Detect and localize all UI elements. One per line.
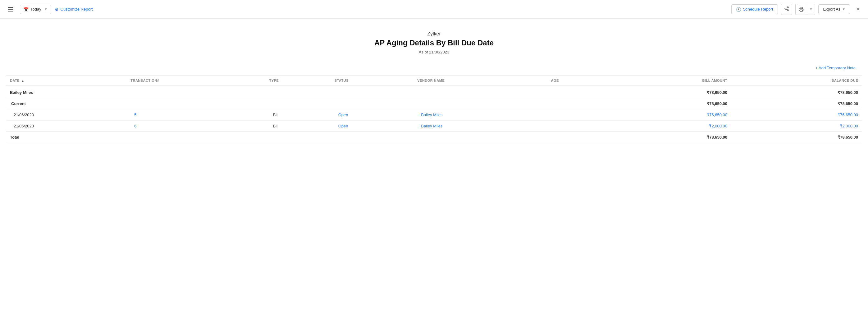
report-table: DATE ▲ TRANSACTION# TYPE STATUS VENDOR N… <box>6 75 862 143</box>
schedule-report-button[interactable]: 🕐 Schedule Report <box>731 4 778 14</box>
date-picker-chevron-icon: ▼ <box>44 7 48 11</box>
subgroup-bill-amount: ₹78,650.00 <box>606 98 731 109</box>
transaction-link-2[interactable]: 6 <box>134 124 136 128</box>
col-status: STATUS <box>331 76 413 86</box>
svg-point-2 <box>787 9 788 10</box>
close-button[interactable]: × <box>853 4 863 14</box>
subgroup-header-row: Current ₹78,650.00 ₹78,650.00 <box>6 98 862 109</box>
cell-status-1: Open <box>331 109 413 121</box>
cell-vendor-2: Bailey Miles <box>413 121 547 132</box>
cell-balance-due-2: ₹2,000.00 <box>731 121 862 132</box>
col-balance-due: BALANCE DUE <box>731 76 862 86</box>
total-balance-due: ₹78,650.00 <box>731 132 862 143</box>
customize-icon: ⚙ <box>55 7 59 12</box>
hamburger-line-3 <box>8 11 13 11</box>
calendar-icon: 📅 <box>23 7 29 12</box>
cell-bill-amount-1: ₹76,650.00 <box>606 109 731 121</box>
group-balance-due: ₹78,650.00 <box>731 86 862 98</box>
toolbar-left: 📅 Today ▼ ⚙ Customize Report <box>5 4 727 15</box>
subgroup-name: Current <box>6 98 606 109</box>
bill-amount-link-1[interactable]: ₹76,650.00 <box>707 113 727 117</box>
clock-icon: 🕐 <box>736 7 741 12</box>
total-bill-amount: ₹78,650.00 <box>606 132 731 143</box>
add-temporary-note-button[interactable]: + Add Temporary Note <box>815 65 856 70</box>
status-link-2[interactable]: Open <box>338 124 348 128</box>
toolbar-right: 🕐 Schedule Report ▼ Export As ▼ <box>731 4 863 15</box>
cell-date-1: 21/06/2023 <box>6 109 127 121</box>
date-picker-value: Today <box>30 7 41 11</box>
bill-amount-link-2[interactable]: ₹2,000.00 <box>709 124 727 128</box>
cell-type-2: Bill <box>266 121 331 132</box>
balance-due-link-2[interactable]: ₹2,000.00 <box>840 124 858 128</box>
subgroup-balance-due: ₹78,650.00 <box>731 98 862 109</box>
svg-line-4 <box>786 7 787 8</box>
hamburger-line-1 <box>8 7 13 8</box>
print-button-group[interactable]: ▼ <box>795 4 815 15</box>
report-as-of: As of 21/06/2023 <box>6 50 862 54</box>
group-name: Bailey Miles <box>6 86 606 98</box>
export-chevron-icon: ▼ <box>842 7 845 11</box>
table-header: DATE ▲ TRANSACTION# TYPE STATUS VENDOR N… <box>6 76 862 86</box>
print-chevron-icon: ▼ <box>807 4 815 15</box>
cell-transaction-2: 6 <box>127 121 265 132</box>
close-icon: × <box>856 6 860 13</box>
customize-report-button[interactable]: ⚙ Customize Report <box>55 7 93 12</box>
report-company: Zylker <box>6 31 862 37</box>
vendor-link-2[interactable]: Bailey Miles <box>421 124 442 128</box>
cell-bill-amount-2: ₹2,000.00 <box>606 121 731 132</box>
vendor-link-1[interactable]: Bailey Miles <box>421 113 442 117</box>
table-row: 21/06/2023 6 Bill Open Bailey Miles ₹2,0… <box>6 121 862 132</box>
cell-balance-due-1: ₹76,650.00 <box>731 109 862 121</box>
col-age: AGE <box>547 76 606 86</box>
share-icon <box>784 6 789 12</box>
schedule-label: Schedule Report <box>743 7 773 11</box>
cell-type-1: Bill <box>266 109 331 121</box>
col-date: DATE ▲ <box>6 76 127 86</box>
cell-date-2: 21/06/2023 <box>6 121 127 132</box>
col-vendor-name: VENDOR NAME <box>413 76 547 86</box>
sort-icon: ▲ <box>22 79 24 82</box>
total-row: Total ₹78,650.00 ₹78,650.00 <box>6 132 862 143</box>
add-note-bar: + Add Temporary Note <box>0 61 868 75</box>
add-note-label: + Add Temporary Note <box>815 65 856 70</box>
balance-due-link-1[interactable]: ₹76,650.00 <box>838 113 858 117</box>
col-type: TYPE <box>266 76 331 86</box>
hamburger-line-2 <box>8 9 13 10</box>
table-header-row: DATE ▲ TRANSACTION# TYPE STATUS VENDOR N… <box>6 76 862 86</box>
export-label: Export As <box>823 7 840 11</box>
export-button[interactable]: Export As ▼ <box>818 4 850 14</box>
share-button[interactable] <box>781 4 792 15</box>
cell-age-2 <box>547 121 606 132</box>
cell-transaction-1: 5 <box>127 109 265 121</box>
transaction-link-1[interactable]: 5 <box>134 113 136 117</box>
col-bill-amount: BILL AMOUNT <box>606 76 731 86</box>
col-transaction: TRANSACTION# <box>127 76 265 86</box>
customize-label: Customize Report <box>61 7 93 11</box>
report-title: AP Aging Details By Bill Due Date <box>6 38 862 47</box>
group-header-row: Bailey Miles ₹78,650.00 ₹78,650.00 <box>6 86 862 98</box>
table-row: 21/06/2023 5 Bill Open Bailey Miles ₹76,… <box>6 109 862 121</box>
cell-status-2: Open <box>331 121 413 132</box>
svg-line-3 <box>786 9 787 10</box>
report-table-container: DATE ▲ TRANSACTION# TYPE STATUS VENDOR N… <box>0 75 868 143</box>
svg-point-0 <box>787 6 788 8</box>
cell-vendor-1: Bailey Miles <box>413 109 547 121</box>
total-label: Total <box>6 132 606 143</box>
report-header: Zylker AP Aging Details By Bill Due Date… <box>0 19 868 61</box>
hamburger-button[interactable] <box>5 4 16 15</box>
group-bill-amount: ₹78,650.00 <box>606 86 731 98</box>
date-picker[interactable]: 📅 Today ▼ <box>20 5 51 14</box>
table-body: Bailey Miles ₹78,650.00 ₹78,650.00 Curre… <box>6 86 862 143</box>
print-icon <box>796 4 807 15</box>
toolbar: 📅 Today ▼ ⚙ Customize Report 🕐 Schedule … <box>0 0 868 19</box>
svg-rect-5 <box>800 10 802 11</box>
cell-age-1 <box>547 109 606 121</box>
svg-point-1 <box>785 8 786 9</box>
status-link-1[interactable]: Open <box>338 113 348 117</box>
